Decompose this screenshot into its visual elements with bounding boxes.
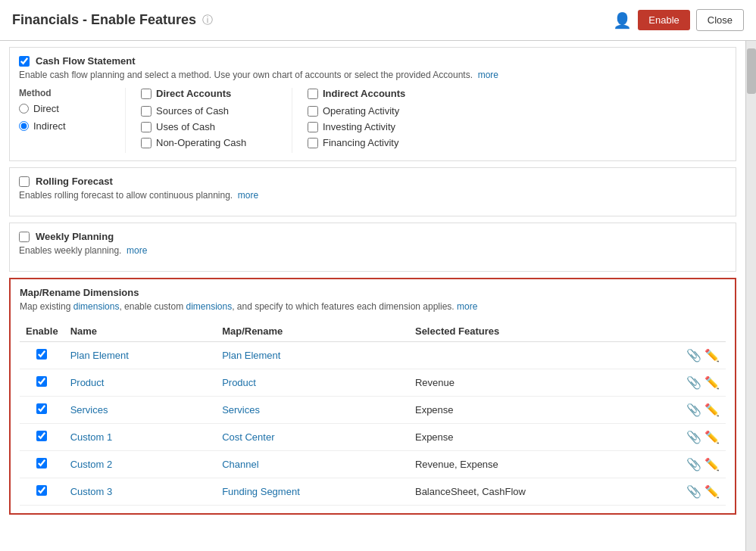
title-bar-left: Financials - Enable Features ⓘ bbox=[12, 12, 213, 28]
rolling-forecast-checkbox[interactable] bbox=[19, 176, 30, 187]
indirect-accounts-checkbox[interactable] bbox=[308, 89, 318, 99]
investing-activity-checkbox[interactable] bbox=[308, 122, 318, 132]
weekly-planning-checkbox[interactable] bbox=[19, 232, 30, 242]
row-enable-checkbox-4[interactable] bbox=[36, 458, 47, 469]
weekly-planning-header: Weekly Planning bbox=[19, 231, 726, 242]
pencil-icon-1[interactable]: ✏️ bbox=[704, 375, 720, 390]
cash-flow-more-link[interactable]: more bbox=[478, 70, 498, 80]
cash-flow-desc: Enable cash flow planning and select a m… bbox=[19, 70, 726, 80]
row-map-0: Plan Element bbox=[216, 342, 409, 369]
row-enable-checkbox-5[interactable] bbox=[36, 485, 47, 496]
indirect-col-header-row: Indirect Accounts bbox=[308, 88, 458, 99]
row-enable-checkbox-0[interactable] bbox=[36, 349, 47, 360]
row-map-link-1[interactable]: Product bbox=[222, 377, 256, 388]
uses-of-cash-label: Uses of Cash bbox=[156, 121, 215, 132]
radio-direct[interactable]: Direct bbox=[19, 103, 110, 114]
page-title: Financials - Enable Features bbox=[12, 12, 196, 28]
radio-indirect-input[interactable] bbox=[19, 121, 29, 131]
row-enable-checkbox-1[interactable] bbox=[36, 376, 47, 387]
row-actions-2: 📎✏️ bbox=[673, 397, 726, 424]
direct-accounts-label: Direct Accounts bbox=[156, 88, 231, 99]
row-name-1: Product bbox=[64, 369, 217, 397]
col-actions bbox=[673, 321, 726, 342]
row-actions-0: 📎✏️ bbox=[673, 342, 726, 369]
pencil-icon-3[interactable]: ✏️ bbox=[704, 430, 720, 444]
pencil-icon-2[interactable]: ✏️ bbox=[704, 403, 720, 417]
row-enable-checkbox-2[interactable] bbox=[36, 403, 47, 414]
row-map-4: Channel bbox=[216, 451, 409, 478]
radio-group: Direct Indirect bbox=[19, 103, 110, 132]
table-row: ServicesServicesExpense📎✏️ bbox=[20, 397, 726, 424]
table-row: Custom 2ChannelRevenue, Expense📎✏️ bbox=[20, 451, 726, 478]
title-bar: Financials - Enable Features ⓘ 👤 Enable … bbox=[0, 0, 756, 41]
row-map-link-3[interactable]: Cost Center bbox=[222, 431, 274, 443]
row-name-link-4[interactable]: Custom 2 bbox=[70, 459, 113, 470]
clip-icon-2[interactable]: 📎 bbox=[686, 403, 701, 417]
sources-of-cash-checkbox[interactable] bbox=[141, 106, 152, 117]
map-rename-desc: Map existing dimensions, enable custom d… bbox=[20, 301, 726, 312]
map-rename-section: Map/Rename Dimensions Map existing dimen… bbox=[9, 278, 736, 515]
row-map-link-0[interactable]: Plan Element bbox=[222, 350, 280, 361]
row-map-link-5[interactable]: Funding Segment bbox=[222, 486, 300, 497]
row-name-4: Custom 2 bbox=[64, 451, 217, 478]
weekly-planning-more-link[interactable]: more bbox=[127, 245, 147, 256]
row-map-link-4[interactable]: Channel bbox=[222, 459, 258, 470]
clip-icon-4[interactable]: 📎 bbox=[686, 457, 701, 472]
row-name-link-2[interactable]: Services bbox=[70, 404, 108, 416]
scrollbar[interactable] bbox=[745, 41, 756, 551]
dimensions-link[interactable]: dimensions bbox=[73, 301, 120, 312]
row-name-link-1[interactable]: Product bbox=[70, 377, 105, 388]
help-icon[interactable]: ⓘ bbox=[202, 14, 213, 27]
action-icons-4: 📎✏️ bbox=[679, 457, 720, 472]
pencil-icon-0[interactable]: ✏️ bbox=[704, 348, 720, 363]
radio-indirect-label: Indirect bbox=[33, 120, 66, 132]
row-actions-5: 📎✏️ bbox=[673, 478, 726, 506]
row-features-5: BalanceSheet, CashFlow bbox=[409, 478, 673, 506]
col-name: Name bbox=[64, 321, 217, 342]
row-enable-checkbox-3[interactable] bbox=[36, 431, 47, 441]
pencil-icon-4[interactable]: ✏️ bbox=[704, 457, 720, 472]
operating-activity-item: Operating Activity bbox=[308, 105, 458, 117]
clip-icon-1[interactable]: 📎 bbox=[686, 375, 701, 390]
radio-indirect[interactable]: Indirect bbox=[19, 120, 110, 132]
action-icons-3: 📎✏️ bbox=[679, 430, 720, 444]
close-button[interactable]: Close bbox=[696, 9, 744, 31]
pencil-icon-5[interactable]: ✏️ bbox=[704, 484, 720, 499]
row-features-3: Expense bbox=[409, 424, 673, 451]
row-name-link-3[interactable]: Custom 1 bbox=[70, 431, 113, 443]
cash-flow-checkbox[interactable] bbox=[19, 56, 30, 67]
scrollbar-thumb[interactable] bbox=[747, 48, 756, 94]
action-icons-0: 📎✏️ bbox=[679, 348, 720, 363]
row-name-link-0[interactable]: Plan Element bbox=[70, 350, 129, 361]
operating-activity-label: Operating Activity bbox=[323, 105, 399, 117]
uses-of-cash-checkbox[interactable] bbox=[141, 122, 152, 132]
radio-direct-label: Direct bbox=[33, 103, 59, 114]
action-icons-5: 📎✏️ bbox=[679, 484, 720, 499]
direct-accounts-checkbox[interactable] bbox=[141, 89, 152, 99]
dimensions-link2[interactable]: dimensions bbox=[186, 301, 232, 312]
row-name-link-5[interactable]: Custom 3 bbox=[70, 486, 113, 497]
row-map-5: Funding Segment bbox=[216, 478, 409, 506]
map-more-link[interactable]: more bbox=[457, 301, 477, 312]
financing-activity-item: Financing Activity bbox=[308, 137, 458, 148]
operating-activity-checkbox[interactable] bbox=[308, 106, 318, 117]
clip-icon-3[interactable]: 📎 bbox=[686, 430, 701, 444]
enable-cell-3 bbox=[20, 424, 64, 451]
enable-button[interactable]: Enable bbox=[638, 10, 689, 30]
method-column: Method Direct Indirect bbox=[19, 88, 110, 153]
table-row: Plan ElementPlan Element📎✏️ bbox=[20, 342, 726, 369]
row-map-link-2[interactable]: Services bbox=[222, 404, 260, 416]
clip-icon-0[interactable]: 📎 bbox=[686, 348, 701, 363]
map-rename-title: Map/Rename Dimensions bbox=[20, 287, 726, 298]
rolling-forecast-more-link[interactable]: more bbox=[238, 190, 258, 201]
radio-direct-input[interactable] bbox=[19, 104, 29, 114]
financing-activity-checkbox[interactable] bbox=[308, 138, 318, 148]
financing-activity-label: Financing Activity bbox=[323, 137, 398, 148]
row-actions-4: 📎✏️ bbox=[673, 451, 726, 478]
rolling-forecast-header: Rolling Forecast bbox=[19, 176, 726, 187]
weekly-planning-title: Weekly Planning bbox=[36, 231, 114, 242]
row-name-2: Services bbox=[64, 397, 217, 424]
clip-icon-5[interactable]: 📎 bbox=[686, 484, 701, 499]
action-icons-1: 📎✏️ bbox=[679, 375, 720, 390]
non-operating-cash-checkbox[interactable] bbox=[141, 138, 152, 148]
